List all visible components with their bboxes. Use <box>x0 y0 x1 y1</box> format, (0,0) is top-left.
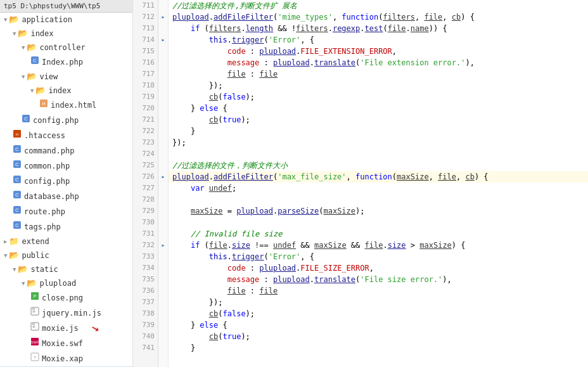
line-number: 740 <box>133 331 158 342</box>
gutter-mark <box>158 194 168 205</box>
svg-text:C: C <box>15 146 19 152</box>
line-number: 719 <box>133 91 158 103</box>
file-php-icon: C <box>13 205 22 218</box>
gutter-mark <box>158 0 168 11</box>
file-xap-icon: ? <box>30 352 39 365</box>
code-column[interactable]: //过滤选择的文件,判断文件扩 展名plupload.addFileFilter… <box>169 0 588 367</box>
code-editor: 7117127137147157167177187197207217227237… <box>133 0 588 367</box>
code-line: // Invalid file size <box>169 228 588 240</box>
file-swf-icon: SWF <box>30 337 39 350</box>
line-number: 735 <box>133 274 158 285</box>
svg-text:C: C <box>15 177 19 183</box>
tree-item-close-png[interactable]: Pclose.png <box>0 290 132 306</box>
code-line: if (filters.length && !filters.regexp.te… <box>169 23 588 34</box>
tree-item-label: public <box>22 250 49 261</box>
tree-item-database-php[interactable]: Cdatabase.php <box>0 189 132 204</box>
gutter-mark <box>158 274 168 285</box>
tree-item-route-php[interactable]: Croute.php <box>0 204 132 219</box>
line-number: 716 <box>133 57 158 68</box>
file-htaccess-icon: H <box>13 129 22 142</box>
tree-item-common-php[interactable]: Ccommon.php <box>0 158 132 174</box>
line-number: 726 <box>133 171 158 183</box>
gutter-mark <box>158 126 168 137</box>
tree-item-index-php[interactable]: CIndex.php <box>0 55 132 70</box>
gutter-mark <box>158 262 168 274</box>
gutter-mark <box>158 148 168 160</box>
tree-item-label: close.png <box>42 292 83 304</box>
tree-item-public[interactable]: ▼📂public <box>0 248 132 262</box>
folder-icon: 📂 <box>9 250 19 261</box>
tree-item-command-php[interactable]: Ccommand.php <box>0 143 132 158</box>
gutter-mark: ▸ <box>158 240 168 251</box>
gutter-mark <box>158 285 168 297</box>
tree-item-view-index[interactable]: ▼📂index <box>0 84 132 98</box>
tree-item-htaccess[interactable]: H.htaccess <box>0 128 132 143</box>
line-number: 711 <box>133 0 158 11</box>
code-line: cb(true); <box>169 331 588 342</box>
tree-item-view[interactable]: ▼📂view <box>0 70 132 84</box>
tree-item-label: controller <box>39 42 85 53</box>
line-number: 731 <box>133 228 158 240</box>
tree-item-tags-php[interactable]: Ctags.php <box>0 219 132 235</box>
folder-arrow-icon: ▼ <box>13 28 16 39</box>
tree-item-index[interactable]: ▼📂index <box>0 27 132 41</box>
line-number: 712 <box>133 11 158 23</box>
folder-icon: 📁 <box>9 236 19 247</box>
code-line: code : plupload.FILE_EXTENSION_ERROR, <box>169 46 588 57</box>
code-line: var undef; <box>169 183 588 194</box>
code-line: file : file <box>169 285 588 297</box>
line-number: 715 <box>133 46 158 57</box>
gutter-mark <box>158 68 168 80</box>
file-html-icon: H <box>39 99 48 112</box>
folder-arrow-icon: ▼ <box>4 14 7 25</box>
tree-item-moxie-xap[interactable]: ?Moxie.xap <box>0 351 132 366</box>
tree-item-application[interactable]: ▼📂application <box>0 13 132 27</box>
tree-item-plupload[interactable]: ▼📂plupload <box>0 276 132 290</box>
code-line: } <box>169 126 588 137</box>
tree-item-index-html[interactable]: Hindex.html <box>0 98 132 113</box>
tree-item-label: Moxie.xap <box>42 353 83 364</box>
tree-item-label: application <box>22 14 72 25</box>
svg-text:H: H <box>42 101 45 106</box>
folder-arrow-icon: ▼ <box>4 250 7 261</box>
line-number: 738 <box>133 308 158 319</box>
tree-item-jquery-min-js[interactable]: 0110jquery.min.js <box>0 306 132 321</box>
tree-item-label: extend <box>22 236 49 247</box>
tree-item-label: view <box>39 71 58 82</box>
file-php-icon: C <box>13 175 22 188</box>
tree-item-moxie-js[interactable]: 0110moxie.js <box>0 321 132 336</box>
tree-item-config2-php[interactable]: Cconfig.php <box>0 174 132 189</box>
tree-item-config-php[interactable]: Cconfig.php <box>0 113 132 128</box>
line-number: 732 <box>133 240 158 251</box>
gutter-mark <box>158 23 168 34</box>
gutter-mark <box>158 114 168 126</box>
tree-item-label: config.php <box>24 176 70 187</box>
code-line: message : plupload.translate('File size … <box>169 274 588 285</box>
code-line: cb(false); <box>169 91 588 103</box>
svg-text:SWF: SWF <box>30 340 39 344</box>
folder-arrow-icon: ▶ <box>4 236 7 247</box>
line-number: 741 <box>133 342 158 354</box>
gutter-mark <box>158 183 168 194</box>
gutter-mark <box>158 342 168 354</box>
tree-item-moxie-swf[interactable]: SWFMoxie.swf <box>0 336 132 351</box>
line-number: 724 <box>133 148 158 160</box>
gutter-mark <box>158 319 168 331</box>
gutter-column: ▸▸▸▸ <box>158 0 169 367</box>
folder-icon: 📂 <box>27 71 37 82</box>
gutter-mark <box>158 297 168 308</box>
tree-item-label: command.php <box>24 145 74 157</box>
line-number: 733 <box>133 251 158 262</box>
tree-item-static[interactable]: ▼📂static <box>0 262 132 276</box>
tree-item-extend[interactable]: ▶📁extend <box>0 235 132 248</box>
tree-item-label: Index.php <box>42 56 83 68</box>
line-number: 727 <box>133 183 158 194</box>
file-php-icon: C <box>13 190 22 203</box>
tree-item-controller[interactable]: ▼📂controller <box>0 41 132 55</box>
gutter-mark <box>158 80 168 91</box>
folder-arrow-icon: ▼ <box>13 264 16 275</box>
line-number: 734 <box>133 262 158 274</box>
svg-text:C: C <box>15 162 19 167</box>
line-number: 721 <box>133 114 158 126</box>
sidebar-title: tp5 D:\phpstudy\WWW\tp5 <box>0 0 132 13</box>
